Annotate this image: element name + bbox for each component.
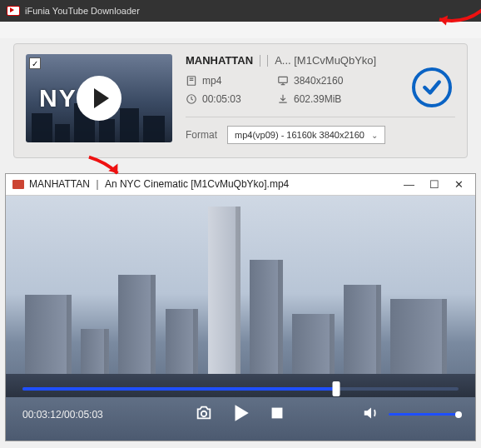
spec-size: 602.39MiB	[277, 93, 385, 105]
thumbnail-play-icon[interactable]	[77, 76, 121, 121]
spec-container: mp4	[186, 75, 277, 87]
chevron-down-icon: ⌄	[371, 131, 378, 140]
select-checkbox[interactable]: ✓	[29, 57, 41, 69]
player-controls: 00:03:12/00:05:03	[6, 377, 475, 441]
player-window-title: MANHATTAN ｜ An NYC Cinematic [M1CvMuQbYk…	[29, 177, 399, 192]
video-title-secondary: A... [M1CvMuQbYko]	[275, 54, 376, 67]
player-titlebar[interactable]: MANHATTAN ｜ An NYC Cinematic [M1CvMuQbYk…	[6, 174, 475, 196]
player-app-icon	[12, 180, 24, 189]
playback-time: 00:03:12/00:05:03	[22, 409, 122, 421]
play-button[interactable]	[230, 402, 251, 426]
snapshot-button[interactable]	[195, 404, 213, 425]
download-item: ✓ NYC MANHATTAN A... [M1CvMuQbYko] mp4 3…	[13, 43, 468, 158]
volume-button[interactable]	[362, 404, 380, 425]
format-select[interactable]: mp4(vp09) - 16160k 3840x2160 ⌄	[227, 126, 385, 144]
svg-marker-6	[236, 405, 249, 421]
volume-handle[interactable]	[455, 411, 462, 418]
title-divider	[260, 55, 260, 67]
download-meta: MANHATTAN A... [M1CvMuQbYko] mp4 3840x21…	[186, 54, 455, 144]
close-button[interactable]: ✕	[454, 178, 464, 191]
check-icon	[421, 77, 443, 98]
title-divider	[267, 55, 268, 67]
volume-slider[interactable]	[389, 413, 459, 416]
maximize-button[interactable]: ☐	[429, 178, 439, 191]
seek-handle[interactable]	[333, 381, 340, 396]
clock-icon	[186, 93, 197, 105]
svg-rect-1	[279, 77, 288, 82]
status-complete-badge[interactable]	[412, 67, 452, 107]
svg-rect-7	[272, 408, 283, 419]
seek-progress	[22, 387, 336, 391]
format-label: Format	[186, 129, 217, 141]
format-selected-value: mp4(vp09) - 16160k 3840x2160	[235, 130, 364, 140]
app-logo-icon	[7, 6, 20, 16]
video-thumbnail[interactable]: ✓ NYC	[26, 54, 172, 142]
video-player-window: MANHATTAN ｜ An NYC Cinematic [M1CvMuQbYk…	[5, 173, 476, 441]
video-title-primary: MANHATTAN	[186, 54, 253, 67]
spec-duration: 00:05:03	[186, 93, 277, 105]
svg-point-5	[201, 411, 206, 416]
download-icon	[277, 93, 289, 105]
video-viewport[interactable]: 00:03:12/00:05:03	[6, 196, 475, 441]
app-titlebar: iFunia YouTube Downloader	[0, 0, 481, 22]
stop-button[interactable]	[268, 404, 286, 425]
app-title: iFunia YouTube Downloader	[25, 6, 140, 16]
seek-bar[interactable]	[22, 387, 459, 391]
toolbar-strip	[0, 22, 481, 38]
file-icon	[186, 75, 197, 87]
minimize-button[interactable]: —	[404, 178, 414, 191]
spec-resolution: 3840x2160	[277, 75, 385, 87]
monitor-icon	[277, 75, 289, 87]
